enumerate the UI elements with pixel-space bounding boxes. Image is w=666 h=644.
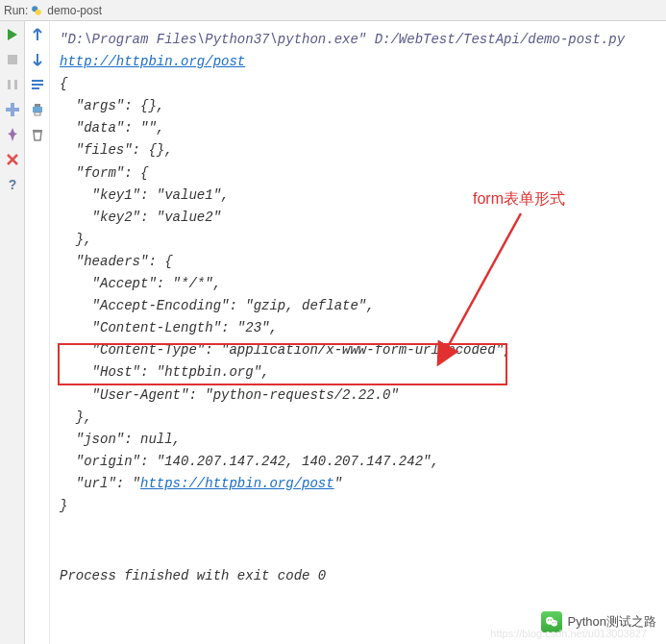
svg-point-21 [555,622,555,623]
json-line: "User-Agent": "python-requests/2.22.0" [60,387,399,403]
svg-text:?: ? [8,177,16,192]
faint-url-watermark: https://blog.csdn.net/u013003827 [490,625,647,642]
json-line: "origin": "140.207.147.242, 140.207.147.… [60,454,439,469]
help-icon[interactable]: ? [5,177,20,192]
url-link[interactable]: http://httpbin.org/post [60,54,245,69]
json-line: "Content-Type": "application/x-www-form-… [60,342,511,358]
json-line: "form": { [60,165,148,181]
arrow-up-icon[interactable] [30,27,45,42]
json-line: "Accept": "*/*", [60,276,221,291]
json-line: "args": {}, [60,98,164,113]
toolbar-secondary [25,21,50,644]
svg-point-20 [552,622,553,623]
svg-point-1 [36,9,41,14]
arrow-down-icon[interactable] [30,52,45,67]
json-line: { [60,76,67,91]
svg-rect-9 [32,84,43,86]
svg-rect-10 [32,87,39,89]
run-label: Run: [4,4,28,17]
bookmark-icon[interactable] [5,102,20,117]
svg-rect-13 [35,112,40,115]
console-output: "D:\Program Files\Python37\python.exe" D… [50,21,666,644]
python-file-icon [30,4,43,17]
command-line: "D:\Program Files\Python37\python.exe" D… [60,32,625,47]
svg-rect-2 [8,55,17,64]
pin-icon[interactable] [5,127,20,142]
svg-point-18 [548,619,549,620]
svg-rect-6 [11,103,14,116]
json-line: "key2": "value2" [60,210,221,225]
toolbar-left: ? [0,21,25,644]
json-line: "key1": "value1", [60,187,229,203]
main-container: ? "D:\Program Files\Python37\python.exe"… [0,21,666,644]
pause-icon[interactable] [5,77,20,92]
json-tail: " [334,476,342,491]
titlebar: Run: demo-post [0,0,666,21]
play-icon[interactable] [5,27,20,42]
close-icon[interactable] [5,152,20,167]
svg-point-19 [550,619,551,620]
svg-rect-4 [14,80,17,89]
svg-rect-8 [32,80,43,82]
print-icon[interactable] [30,102,45,117]
stop-icon[interactable] [5,52,20,67]
svg-rect-11 [33,107,42,112]
tab-name: demo-post [47,4,102,17]
svg-rect-3 [8,80,11,89]
json-line: "url": " [60,476,140,491]
url-link-2[interactable]: https://httpbin.org/post [140,476,334,491]
json-line: "data": "", [60,120,164,136]
svg-rect-12 [35,104,40,107]
exit-code-line: Process finished with exit code 0 [60,565,656,587]
json-line: "json": null, [60,432,181,447]
json-line: } [60,498,67,513]
wrap-icon[interactable] [30,77,45,92]
annotation-text: form表单形式 [473,186,565,211]
json-line: "Host": "httpbin.org", [60,364,269,380]
json-line: "files": {}, [60,142,173,158]
svg-rect-14 [33,130,42,132]
trash-icon[interactable] [30,127,45,142]
json-line: "headers": { [60,254,173,269]
json-line: }, [60,409,92,425]
json-line: "Accept-Encoding": "gzip, deflate", [60,298,375,313]
json-line: }, [60,232,92,247]
json-line: "Content-Length": "23", [60,320,278,335]
